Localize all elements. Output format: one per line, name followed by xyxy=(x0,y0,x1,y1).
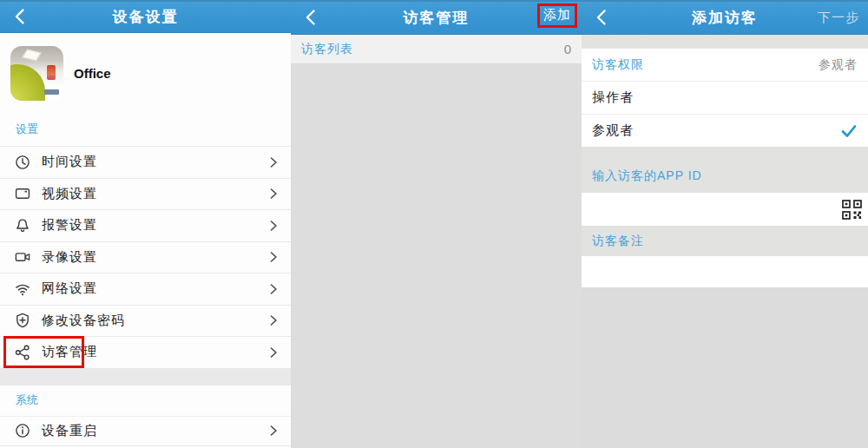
add-visitor-button[interactable]: 添加 xyxy=(537,3,577,28)
chevron-left-icon xyxy=(305,9,316,26)
device-settings-screen: 设备设置 Office 设置 时间设置 xyxy=(0,0,291,448)
permission-option-observer[interactable]: 参观者 xyxy=(582,114,868,147)
section-label-system: 系统 xyxy=(0,385,291,416)
list-item-label: 访客管理 xyxy=(42,344,266,360)
page-title: 设备设置 xyxy=(113,7,179,27)
permission-option-operator[interactable]: 操作者 xyxy=(582,81,868,114)
list-item-label: 时间设置 xyxy=(42,154,266,170)
app-id-section-label: 输入访客的APP ID xyxy=(592,168,702,184)
permission-value: 参观者 xyxy=(819,57,858,73)
chevron-right-icon xyxy=(266,346,280,359)
section-label-settings: 设置 xyxy=(0,113,291,146)
info-icon xyxy=(14,422,31,439)
app-screenshots: 设备设置 Office 设置 时间设置 xyxy=(0,0,868,448)
chevron-right-icon xyxy=(266,424,280,438)
videocam-icon xyxy=(14,248,31,266)
clock-icon xyxy=(14,154,31,171)
settings-list: 时间设置 视频设置 报警设置 xyxy=(0,146,291,369)
section-divider xyxy=(0,369,291,385)
chevron-right-icon xyxy=(266,155,280,169)
app-id-section: 输入访客的APP ID xyxy=(582,147,868,193)
note-section-label: 访客备注 xyxy=(592,234,644,249)
permission-label: 访客权限 xyxy=(592,57,819,73)
note-section: 访客备注 xyxy=(582,226,868,256)
chevron-right-icon xyxy=(266,250,280,264)
list-item-label: 录像设置 xyxy=(42,249,266,266)
list-item-network-settings[interactable]: 网络设置 xyxy=(0,273,291,306)
list-item-label: 网络设置 xyxy=(42,280,266,297)
chevron-right-icon xyxy=(266,313,280,327)
bell-icon xyxy=(14,217,31,234)
note-input-row[interactable] xyxy=(582,256,868,287)
share-icon xyxy=(14,344,31,361)
list-item-label: 修改设备密码 xyxy=(42,313,266,329)
back-button[interactable] xyxy=(587,0,615,35)
visitor-list-row[interactable]: 访客列表 0 xyxy=(291,35,582,63)
section-divider xyxy=(582,35,868,49)
chevron-right-icon xyxy=(266,219,280,233)
check-icon xyxy=(840,122,858,140)
visitor-count: 0 xyxy=(564,42,571,56)
device-thumbnail xyxy=(10,46,63,101)
chevron-left-icon xyxy=(595,9,607,26)
list-item-video-settings[interactable]: 视频设置 xyxy=(0,179,291,211)
empty-area xyxy=(291,63,582,448)
list-item-time-settings[interactable]: 时间设置 xyxy=(0,147,291,179)
list-item-label: 设备重启 xyxy=(42,423,266,439)
list-item-label: 报警设置 xyxy=(42,217,266,234)
device-settings-header: 设备设置 xyxy=(0,0,291,33)
visitor-management-screen: 访客管理 添加 访客列表 0 xyxy=(291,0,582,448)
chevron-left-icon xyxy=(14,8,25,25)
list-item-change-password[interactable]: 修改设备密码 xyxy=(0,306,291,338)
shield-plus-icon xyxy=(14,312,31,329)
permission-summary-row[interactable]: 访客权限 参观者 xyxy=(582,49,868,81)
list-item-recording-settings[interactable]: 录像设置 xyxy=(0,242,291,274)
page-title: 访客管理 xyxy=(404,8,470,28)
visitor-management-header: 访客管理 添加 xyxy=(291,0,582,35)
add-visitor-header: 添加访客 下一步 xyxy=(582,0,868,35)
back-button[interactable] xyxy=(5,0,34,33)
add-visitor-screen: 添加访客 下一步 访客权限 参观者 操作者 参观者 输入访客的APP ID xyxy=(582,0,868,448)
option-label: 参观者 xyxy=(592,122,840,139)
next-step-button[interactable]: 下一步 xyxy=(818,10,859,26)
back-button[interactable] xyxy=(296,0,325,35)
list-item-label: 视频设置 xyxy=(42,186,266,202)
device-name: Office xyxy=(74,66,111,81)
empty-area xyxy=(582,287,868,448)
list-item-alarm-settings[interactable]: 报警设置 xyxy=(0,210,291,242)
list-item-visitor-management[interactable]: 访客管理 xyxy=(0,337,291,369)
qr-code-scan-icon[interactable] xyxy=(842,200,862,220)
device-row[interactable]: Office xyxy=(0,33,291,113)
wifi-icon xyxy=(14,280,31,298)
chevron-right-icon xyxy=(266,282,280,296)
app-id-input-row[interactable] xyxy=(582,193,868,226)
list-item-device-restart[interactable]: 设备重启 xyxy=(0,416,291,446)
chevron-right-icon xyxy=(266,187,280,201)
option-label: 操作者 xyxy=(592,89,858,106)
visitor-list-label: 访客列表 xyxy=(301,42,564,57)
page-title: 添加访客 xyxy=(692,8,758,28)
monitor-icon xyxy=(14,185,31,202)
